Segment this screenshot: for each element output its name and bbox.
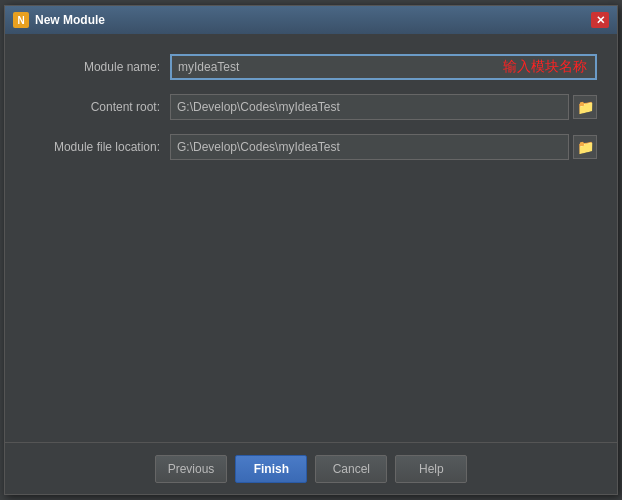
content-spacer [25, 174, 597, 432]
help-button[interactable]: Help [395, 455, 467, 483]
window-icon: N [13, 12, 29, 28]
module-name-input[interactable] [170, 54, 597, 80]
folder-icon-2: 📁 [577, 139, 594, 155]
module-file-location-input-wrapper: 📁 [170, 134, 597, 160]
dialog-content: Module name: 输入模块名称 Content root: 📁 Modu… [5, 34, 617, 442]
module-file-location-row: Module file location: 📁 [25, 134, 597, 160]
module-file-location-folder-button[interactable]: 📁 [573, 135, 597, 159]
close-icon: ✕ [596, 14, 605, 27]
title-bar: N New Module ✕ [5, 6, 617, 34]
folder-icon: 📁 [577, 99, 594, 115]
finish-button[interactable]: Finish [235, 455, 307, 483]
title-bar-left: N New Module [13, 12, 105, 28]
cancel-button[interactable]: Cancel [315, 455, 387, 483]
content-root-input[interactable] [170, 94, 569, 120]
module-name-overlay: 输入模块名称 [170, 54, 597, 80]
module-name-label: Module name: [25, 60, 170, 74]
content-root-folder-button[interactable]: 📁 [573, 95, 597, 119]
window-title: New Module [35, 13, 105, 27]
module-file-location-label: Module file location: [25, 140, 170, 154]
module-name-row: Module name: 输入模块名称 [25, 54, 597, 80]
close-button[interactable]: ✕ [591, 12, 609, 28]
module-file-location-input[interactable] [170, 134, 569, 160]
content-root-row: Content root: 📁 [25, 94, 597, 120]
new-module-dialog: N New Module ✕ Module name: 输入模块名称 Conte… [4, 5, 618, 495]
module-name-input-wrapper: 输入模块名称 [170, 54, 597, 80]
previous-button[interactable]: Previous [155, 455, 228, 483]
content-root-label: Content root: [25, 100, 170, 114]
bottom-bar: Previous Finish Cancel Help [5, 442, 617, 494]
content-root-input-wrapper: 📁 [170, 94, 597, 120]
